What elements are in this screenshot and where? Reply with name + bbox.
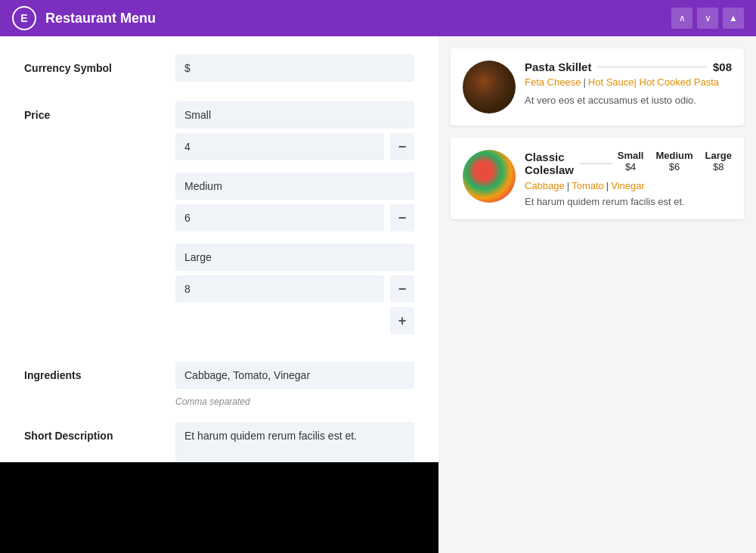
pasta-tag-3[interactable]: | Hot Cooked Pasta: [634, 76, 720, 90]
preview-panel: Pasta Skillet $08 Feta Cheese | Hot Sauc…: [438, 36, 756, 462]
coleslaw-tag-1[interactable]: Cabbage: [525, 180, 565, 191]
pasta-price: $08: [713, 61, 732, 73]
price-label: Price: [24, 101, 175, 121]
coleslaw-tag-3[interactable]: Vinegar: [611, 180, 645, 191]
app-icon: E: [12, 6, 36, 30]
size-large-input[interactable]: [175, 244, 414, 271]
ingredients-field: Comma separated: [175, 362, 414, 407]
currency-input[interactable]: [175, 54, 414, 82]
main-content: Currency Symbol Price −: [0, 36, 756, 462]
collapse-up-button[interactable]: ∧: [671, 8, 692, 29]
ingredients-input[interactable]: [175, 362, 414, 389]
pasta-tags: Feta Cheese | Hot Sauce | Hot Cooked Pas…: [525, 76, 732, 90]
coleslaw-small-price: $4: [618, 161, 644, 172]
coleslaw-tags: Cabbage | Tomato | Vinegar: [525, 180, 732, 191]
size-small-input[interactable]: [175, 101, 414, 129]
price-group-large: − +: [175, 244, 414, 334]
coleslaw-info: ClassicColeslaw Small $4 Medium $6 Large: [525, 150, 732, 207]
pasta-tag-1[interactable]: Feta Cheese: [525, 76, 581, 90]
pasta-info: Pasta Skillet $08 Feta Cheese | Hot Sauc…: [525, 61, 732, 106]
currency-label: Currency Symbol: [24, 54, 175, 74]
coleslaw-large-col: Large $8: [705, 150, 732, 172]
currency-field: [175, 54, 414, 86]
app-header: E Restaurant Menu ∧ ∨ ▲: [0, 0, 756, 36]
coleslaw-description: Et harum quidem rerum facilis est et.: [525, 196, 732, 207]
price-small-value-input[interactable]: [175, 133, 384, 160]
price-medium-row: −: [175, 204, 414, 231]
coleslaw-medium-col: Medium $6: [655, 150, 692, 172]
add-price-tier-button[interactable]: +: [390, 307, 414, 334]
price-group-medium: −: [175, 172, 414, 231]
price-small-minus-button[interactable]: −: [390, 133, 414, 160]
pasta-divider: [597, 67, 707, 67]
price-medium-value-input[interactable]: [175, 204, 384, 231]
coleslaw-small-col: Small $4: [618, 150, 644, 172]
size-medium-input[interactable]: [175, 172, 414, 200]
preview-bottom-fill: [438, 462, 756, 553]
price-field: − − −: [175, 101, 414, 346]
short-description-textarea[interactable]: Et harum quidem rerum facilis est et.: [175, 422, 414, 462]
ingredients-row: Ingredients Comma separated: [24, 362, 414, 407]
coleslaw-medium-price: $6: [655, 161, 692, 172]
pasta-title: Pasta Skillet: [525, 61, 591, 73]
black-area: [0, 462, 438, 553]
short-description-field: Et harum quidem rerum facilis est et. Ac…: [175, 422, 414, 462]
form-panel: Currency Symbol Price −: [0, 36, 438, 462]
collapse-down-button[interactable]: ∨: [697, 8, 718, 29]
coleslaw-small-label: Small: [618, 150, 644, 161]
price-row: Price − −: [24, 101, 414, 346]
currency-row: Currency Symbol: [24, 54, 414, 86]
coleslaw-large-price: $8: [705, 161, 732, 172]
pasta-image: [463, 61, 516, 113]
pasta-description: At vero eos et accusamus et iusto odio.: [525, 95, 732, 106]
menu-card-coleslaw: ClassicColeslaw Small $4 Medium $6 Large: [451, 138, 744, 219]
coleslaw-image: [463, 150, 516, 203]
app-title: Restaurant Menu: [45, 11, 156, 26]
header-left: E Restaurant Menu: [12, 6, 156, 30]
ingredients-label: Ingredients: [24, 362, 175, 381]
price-large-minus-button[interactable]: −: [390, 275, 414, 303]
pasta-title-row: Pasta Skillet $08: [525, 61, 732, 73]
minimize-button[interactable]: ▲: [723, 8, 744, 29]
header-controls: ∧ ∨ ▲: [671, 8, 744, 29]
price-small-row: −: [175, 133, 414, 160]
price-large-value-input[interactable]: [175, 275, 384, 303]
ingredients-hint: Comma separated: [175, 396, 414, 407]
price-large-row: −: [175, 275, 414, 303]
coleslaw-size-price-row: Small $4 Medium $6 Large $8: [618, 150, 732, 172]
menu-card-pasta: Pasta Skillet $08 Feta Cheese | Hot Sauc…: [451, 48, 744, 126]
coleslaw-divider: [580, 163, 612, 164]
coleslaw-tag-2[interactable]: Tomato: [572, 180, 604, 191]
price-group-small: −: [175, 101, 414, 160]
short-description-row: Short Description Et harum quidem rerum …: [24, 422, 414, 462]
short-description-label: Short Description: [24, 422, 175, 442]
coleslaw-medium-label: Medium: [655, 150, 692, 161]
coleslaw-large-label: Large: [705, 150, 732, 161]
pasta-tag-2[interactable]: Hot Sauce: [588, 76, 634, 90]
coleslaw-title-row: ClassicColeslaw Small $4 Medium $6 Large: [525, 150, 732, 177]
coleslaw-title: ClassicColeslaw: [525, 151, 574, 176]
price-medium-minus-button[interactable]: −: [390, 204, 414, 231]
